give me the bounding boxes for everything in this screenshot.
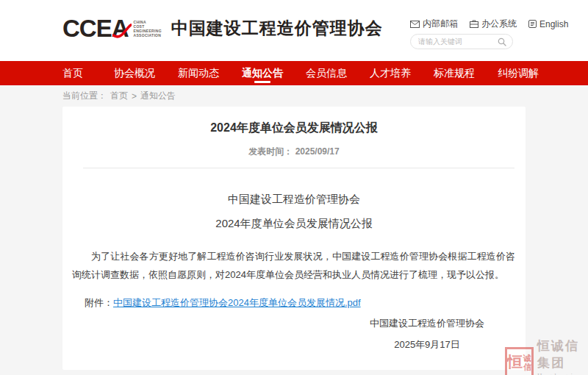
seal-char: 诚	[523, 354, 531, 362]
breadcrumb-home-link[interactable]: 首页	[110, 90, 128, 102]
nav-item-label: 通知公告	[242, 67, 283, 79]
quick-link-label: 办公系统	[481, 18, 517, 30]
active-nav-underline	[254, 81, 270, 83]
ccea-subtext: CHINA COST ENGINEERING ASSOCIATION	[134, 20, 162, 38]
breadcrumb-separator: >	[132, 91, 137, 101]
quick-link-label: 内部邮箱	[423, 18, 458, 30]
site-header: CCEA CHINA COST ENGINEERING ASSOCIATION …	[0, 0, 588, 61]
hengchengxin-seal-icon: 恒 诚 信	[505, 347, 534, 375]
watermark-name-en: Hengchengxin Group	[537, 372, 588, 375]
publish-date: 2025/09/17	[295, 146, 340, 157]
nav-item-member-info[interactable]: 会员信息	[306, 61, 347, 85]
office-icon	[470, 20, 478, 28]
nav-item-standards[interactable]: 标准规程	[434, 61, 475, 85]
attachment-label: 附件：	[85, 297, 113, 308]
nav-item-home[interactable]: 首页	[62, 61, 83, 85]
logo-swoosh-icon	[112, 24, 132, 40]
seal-char: 恒	[507, 354, 523, 370]
nav-item-news[interactable]: 新闻动态	[178, 61, 219, 85]
article-signature: 中国建设工程造价管理协会 2025年9月17日	[329, 317, 526, 351]
breadcrumb: 当前位置： 首页 > 通知公告	[62, 90, 176, 102]
english-link[interactable]: English	[528, 19, 568, 29]
search-box	[410, 34, 513, 49]
publish-line: 发表时间： 2025/09/17	[62, 146, 526, 158]
title-divider	[83, 168, 514, 168]
hengchengxin-watermark: 恒 诚 信 恒诚信集团 Hengchengxin Group	[505, 338, 588, 375]
seal-char: 信	[523, 362, 531, 371]
ccea-logo: CCEA	[62, 16, 129, 40]
article-card: 2024年度单位会员发展情况公报 发表时间： 2025/09/17 中国建设工程…	[62, 107, 526, 370]
nav-item-notices[interactable]: 通知公告	[242, 61, 283, 85]
attachment-line: 附件：中国建设工程造价管理协会2024年度单位会员发展情况.pdf	[85, 296, 526, 310]
article-paragraph: 为了让社会各方更好地了解工程造价咨询行业发展状况，中国建设工程造价管理协会根据工…	[72, 247, 515, 284]
body-heading-title: 2024年度单位会员发展情况公报	[62, 217, 526, 231]
nav-item-talent-training[interactable]: 人才培养	[370, 61, 411, 85]
search-icon[interactable]	[498, 38, 506, 46]
internal-mail-link[interactable]: 内部邮箱	[410, 18, 458, 30]
ccea-subtext-line: ASSOCIATION	[134, 33, 162, 38]
nav-item-association-overview[interactable]: 协会概况	[114, 61, 155, 85]
globe-icon	[528, 20, 537, 28]
breadcrumb-current[interactable]: 通知公告	[140, 90, 176, 102]
mail-icon	[410, 21, 420, 28]
header-quick-links: 内部邮箱 办公系统 English	[410, 18, 568, 30]
nav-item-dispute-mediation[interactable]: 纠纷调解	[498, 61, 539, 85]
attachment-pdf-link[interactable]: 中国建设工程造价管理协会2024年度单位会员发展情况.pdf	[113, 297, 361, 308]
body-heading-org: 中国建设工程造价管理协会	[62, 193, 526, 207]
site-title: 中国建设工程造价管理协会	[171, 17, 383, 40]
site-logo[interactable]: CCEA CHINA COST ENGINEERING ASSOCIATION …	[62, 16, 383, 40]
watermark-name: 恒诚信集团	[537, 338, 588, 371]
signature-name: 中国建设工程造价管理协会	[329, 317, 526, 330]
publish-label: 发表时间：	[248, 146, 293, 157]
watermark-text: 恒诚信集团 Hengchengxin Group	[537, 338, 588, 375]
quick-link-label: English	[539, 19, 568, 29]
main-nav: 首页 协会概况 新闻动态 通知公告 会员信息 人才培养 标准规程 纠纷调解	[0, 61, 588, 85]
search-input[interactable]	[418, 38, 498, 46]
article-title: 2024年度单位会员发展情况公报	[62, 121, 526, 136]
office-system-link[interactable]: 办公系统	[470, 18, 517, 30]
signature-date: 2025年9月17日	[329, 338, 526, 351]
breadcrumb-prefix: 当前位置：	[62, 90, 107, 102]
